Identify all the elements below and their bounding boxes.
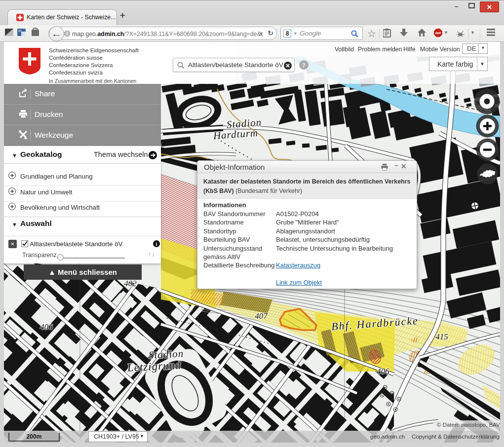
svg-text:406: 406	[40, 322, 53, 332]
svg-text:407: 407	[255, 311, 268, 321]
svg-text:ABP: ABP	[435, 32, 441, 35]
svg-text:i: i	[156, 241, 157, 247]
svg-text:406: 406	[377, 367, 389, 376]
svg-text:402: 402	[124, 279, 137, 288]
svg-text:200m: 200m	[27, 433, 42, 440]
svg-text:?: ?	[302, 61, 306, 69]
svg-text:415: 415	[435, 332, 448, 341]
